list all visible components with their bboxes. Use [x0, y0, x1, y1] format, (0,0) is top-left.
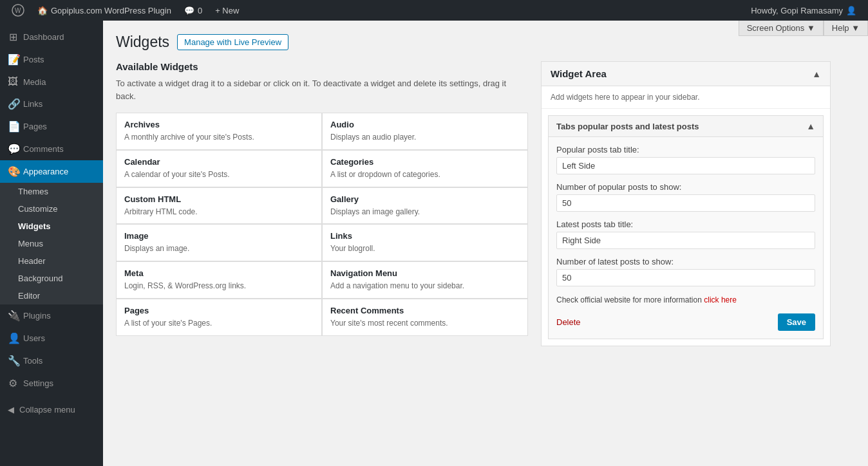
new-content-item[interactable]: + New: [209, 0, 245, 21]
users-icon: 👤: [8, 332, 18, 344]
widget-area-panel: Widget Area ▲ Add widgets here to appear…: [541, 61, 831, 346]
plugins-icon: 🔌: [8, 310, 18, 322]
submenu-header[interactable]: Header: [0, 252, 103, 270]
admin-bar: W 🏠 Gopiplus.com WordPress Plugin 💬 0 + …: [0, 0, 868, 21]
sidebar-item-dashboard[interactable]: ⊞ Dashboard: [0, 26, 103, 48]
help-button[interactable]: Help ▼: [824, 21, 868, 36]
sidebar-label-plugins: Plugins: [23, 311, 51, 321]
widget-meta[interactable]: Meta Login, RSS, & WordPress.org links.: [116, 261, 322, 299]
widget-audio-desc: Displays an audio player.: [330, 132, 520, 143]
live-preview-button[interactable]: Manage with Live Preview: [177, 34, 288, 50]
latest-tab-title-input[interactable]: [556, 232, 815, 249]
save-widget-button[interactable]: Save: [778, 313, 815, 331]
comments-count: 0: [198, 6, 202, 15]
links-icon: 🔗: [8, 98, 18, 110]
collapse-icon: ◀: [8, 405, 14, 415]
widget-recent-comments-desc: Your site's most recent comments.: [330, 318, 520, 329]
submenu-widgets[interactable]: Widgets: [0, 218, 103, 235]
widget-categories-desc: A list or dropdown of categories.: [330, 169, 520, 180]
sidebar-label-appearance: Appearance: [23, 167, 68, 176]
widget-archives[interactable]: Archives A monthly archive of your site'…: [116, 113, 322, 150]
screen-options-button[interactable]: Screen Options ▼: [739, 21, 824, 36]
latest-tab-title-field: Latest posts tab title:: [556, 219, 815, 249]
site-icon: 🏠: [37, 6, 48, 15]
click-here-link[interactable]: click here: [704, 295, 737, 304]
site-name-item[interactable]: 🏠 Gopiplus.com WordPress Plugin: [31, 0, 178, 21]
submenu-menus[interactable]: Menus: [0, 235, 103, 252]
sidebar-label-pages: Pages: [23, 122, 47, 131]
widget-audio[interactable]: Audio Displays an audio player.: [322, 113, 528, 150]
popular-tab-title-label: Popular posts tab title:: [556, 145, 815, 154]
sidebar-label-media: Media: [23, 77, 46, 87]
sidebar-item-plugins[interactable]: 🔌 Plugins: [0, 304, 103, 327]
widget-links[interactable]: Links Your blogroll.: [322, 224, 528, 261]
widget-categories-name: Categories: [330, 157, 520, 167]
submenu-background[interactable]: Background: [0, 270, 103, 287]
available-widgets-desc: To activate a widget drag it to a sideba…: [116, 77, 528, 102]
latest-count-label: Number of latest posts to show:: [556, 257, 815, 266]
sidebar-item-comments[interactable]: 💬 Comments: [0, 138, 103, 160]
dashboard-icon: ⊞: [8, 31, 18, 43]
widget-custom-html[interactable]: Custom HTML Arbitrary HTML code.: [116, 187, 322, 225]
popular-tab-title-field: Popular posts tab title:: [556, 145, 815, 174]
submenu-editor[interactable]: Editor: [0, 287, 103, 304]
widget-form-panel: Tabs popular posts and latest posts ▲ Po…: [548, 115, 824, 339]
latest-count-input[interactable]: [556, 269, 815, 286]
sidebar-label-settings: Settings: [23, 378, 53, 388]
popular-count-field: Number of popular posts to show:: [556, 182, 815, 212]
widget-pages[interactable]: Pages A list of your site's Pages.: [116, 299, 322, 336]
widget-links-desc: Your blogroll.: [330, 243, 520, 254]
collapse-menu[interactable]: ◀ Collapse menu: [0, 400, 103, 420]
sidebar-label-posts: Posts: [23, 55, 44, 64]
new-label: + New: [215, 6, 239, 15]
sidebar-item-settings[interactable]: ⚙ Settings: [0, 372, 103, 395]
widget-navigation-menu[interactable]: Navigation Menu Add a navigation menu to…: [322, 261, 528, 299]
available-widgets-section: Available Widgets To activate a widget d…: [116, 61, 528, 336]
sidebar-label-comments: Comments: [23, 144, 64, 154]
submenu-themes[interactable]: Themes: [0, 183, 103, 200]
comments-item[interactable]: 💬 0: [178, 0, 209, 21]
delete-widget-link[interactable]: Delete: [556, 317, 581, 327]
widget-form-header: Tabs popular posts and latest posts ▲: [549, 116, 823, 137]
widget-custom-html-desc: Arbitrary HTML code.: [124, 207, 314, 218]
site-name-text: Gopiplus.com WordPress Plugin: [51, 6, 171, 15]
sidebar-item-links[interactable]: 🔗 Links: [0, 93, 103, 115]
widget-meta-desc: Login, RSS, & WordPress.org links.: [124, 281, 314, 292]
widget-recent-comments-name: Recent Comments: [330, 306, 520, 315]
widget-form-collapse-icon[interactable]: ▲: [806, 121, 815, 131]
widget-pages-desc: A list of your site's Pages.: [124, 318, 314, 329]
widget-calendar[interactable]: Calendar A calendar of your site's Posts…: [116, 150, 322, 187]
widgets-grid: Archives A monthly archive of your site'…: [116, 113, 528, 336]
widget-calendar-name: Calendar: [124, 157, 314, 167]
sidebar-item-appearance[interactable]: 🎨 Appearance: [0, 160, 103, 183]
available-widgets-title: Available Widgets: [116, 61, 528, 72]
sidebar-item-pages[interactable]: 📄 Pages: [0, 115, 103, 138]
sidebar-item-posts[interactable]: 📝 Posts: [0, 48, 103, 71]
sidebar-label-tools: Tools: [23, 356, 42, 366]
widget-gallery-desc: Displays an image gallery.: [330, 207, 520, 218]
popular-count-input[interactable]: [556, 194, 815, 212]
widget-area-collapse-icon[interactable]: ▲: [812, 69, 821, 79]
sidebar-label-dashboard: Dashboard: [23, 32, 64, 42]
appearance-icon: 🎨: [8, 165, 18, 178]
sidebar-item-tools[interactable]: 🔧 Tools: [0, 350, 103, 372]
widget-links-name: Links: [330, 231, 520, 241]
widget-navigation-menu-desc: Add a navigation menu to your sidebar.: [330, 281, 520, 292]
admin-sidebar: ⊞ Dashboard 📝 Posts 🖼 Media 🔗 Links 📄 Pa…: [0, 21, 103, 466]
media-icon: 🖼: [8, 76, 18, 88]
popular-tab-title-input[interactable]: [556, 157, 815, 174]
sidebar-item-media[interactable]: 🖼 Media: [0, 71, 103, 93]
widget-area-description: Add widgets here to appear in your sideb…: [542, 86, 830, 109]
widget-audio-name: Audio: [330, 120, 520, 129]
submenu-customize[interactable]: Customize: [0, 200, 103, 218]
comments-icon: 💬: [184, 6, 194, 15]
widget-image[interactable]: Image Displays an image.: [116, 224, 322, 261]
widget-categories[interactable]: Categories A list or dropdown of categor…: [322, 150, 528, 187]
sidebar-item-users[interactable]: 👤 Users: [0, 327, 103, 350]
pages-icon: 📄: [8, 120, 18, 133]
top-buttons-bar: Screen Options ▼ Help ▼: [739, 21, 868, 36]
widget-area-container: Widget Area ▲ Add widgets here to appear…: [541, 61, 831, 346]
wp-logo-item[interactable]: W: [5, 0, 31, 21]
widget-gallery[interactable]: Gallery Displays an image gallery.: [322, 187, 528, 225]
widget-recent-comments[interactable]: Recent Comments Your site's most recent …: [322, 299, 528, 336]
